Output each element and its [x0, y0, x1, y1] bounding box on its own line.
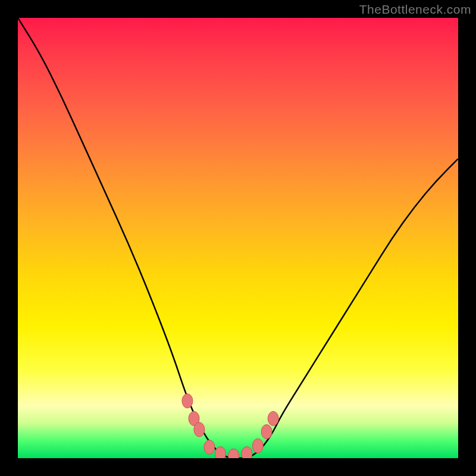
chart-plot-area [18, 18, 458, 458]
watermark-text: TheBottleneck.com [359, 2, 471, 17]
marker-point [182, 394, 193, 408]
curve-path [18, 18, 458, 458]
bottleneck-curve [18, 18, 458, 458]
marker-point [215, 447, 226, 458]
chart-frame: TheBottleneck.com [0, 0, 476, 476]
marker-point [242, 447, 252, 458]
marker-point [268, 411, 278, 425]
marker-point [194, 422, 205, 437]
marker-point [261, 425, 272, 439]
marker-point [204, 440, 215, 455]
highlighted-markers [182, 394, 278, 458]
marker-point [228, 449, 239, 458]
marker-point [252, 439, 263, 453]
